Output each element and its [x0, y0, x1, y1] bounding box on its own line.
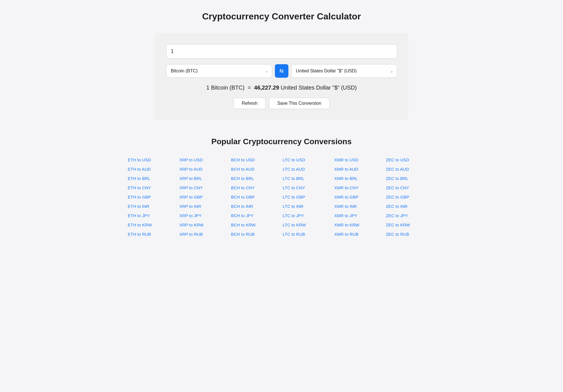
conversion-link[interactable]: XMR to RUB	[333, 230, 385, 239]
conversion-link[interactable]: XRP to KRW	[178, 220, 230, 230]
from-currency-chevron-icon: ⌄	[262, 65, 272, 77]
conversion-link[interactable]: ETH to RUB	[127, 230, 178, 239]
conversion-link[interactable]: LTC to JPY	[281, 211, 333, 220]
conversion-link[interactable]: BCH to JPY	[230, 211, 281, 220]
converter-card: Bitcoin (BTC) ⌄ ⇆ United States Dollar "…	[155, 33, 408, 120]
from-currency-label: Bitcoin (BTC)	[166, 64, 262, 77]
to-currency-wrapper[interactable]: United States Dollar "$" (USD) ⌄	[291, 64, 397, 78]
save-conversion-button[interactable]: Save This Conversion	[269, 98, 329, 109]
conversion-link[interactable]: ZEC to AUD	[385, 164, 436, 174]
popular-section: Popular Cryptocurrency Conversions ETH t…	[127, 137, 437, 239]
conversion-link[interactable]: XRP to INR	[178, 202, 230, 211]
conversion-link[interactable]: ETH to BRL	[127, 174, 178, 183]
conversion-link[interactable]: XMR to JPY	[333, 211, 385, 220]
page-title: Cryptocurrency Converter Calculator	[6, 11, 557, 22]
conversion-link[interactable]: BCH to KRW	[230, 220, 281, 230]
conversion-link[interactable]: LTC to USD	[281, 155, 333, 164]
conversion-link[interactable]: XMR to USD	[333, 155, 385, 164]
conversion-link[interactable]: ZEC to RUB	[385, 230, 436, 239]
conversion-link[interactable]: ZEC to GBP	[385, 192, 436, 202]
conversion-link[interactable]: ZEC to KRW	[385, 220, 436, 230]
conversion-link[interactable]: LTC to AUD	[281, 164, 333, 174]
conversion-link[interactable]: XRP to AUD	[178, 164, 230, 174]
conversion-link[interactable]: ETH to CNY	[127, 183, 178, 192]
conversion-link[interactable]: XMR to CNY	[333, 183, 385, 192]
conversion-link[interactable]: ZEC to BRL	[385, 174, 436, 183]
conversions-grid: ETH to USDXRP to USDBCH to USDLTC to USD…	[127, 155, 437, 239]
to-currency-label: United States Dollar "$" (USD)	[291, 64, 387, 77]
conversion-link[interactable]: ZEC to USD	[385, 155, 436, 164]
to-currency-chevron-icon: ⌄	[387, 65, 397, 77]
conversion-link[interactable]: BCH to INR	[230, 202, 281, 211]
conversion-link[interactable]: XRP to BRL	[178, 174, 230, 183]
result-equals: =	[246, 84, 254, 91]
conversion-link[interactable]: LTC to CNY	[281, 183, 333, 192]
conversion-link[interactable]: BCH to AUD	[230, 164, 281, 174]
conversion-link[interactable]: ETH to KRW	[127, 220, 178, 230]
conversion-link[interactable]: ETH to INR	[127, 202, 178, 211]
conversion-link[interactable]: ZEC to JPY	[385, 211, 436, 220]
conversion-link[interactable]: LTC to RUB	[281, 230, 333, 239]
conversion-link[interactable]: LTC to BRL	[281, 174, 333, 183]
conversion-link[interactable]: ETH to JPY	[127, 211, 178, 220]
conversion-link[interactable]: XRP to RUB	[178, 230, 230, 239]
swap-button[interactable]: ⇆	[275, 64, 288, 78]
conversion-link[interactable]: XRP to JPY	[178, 211, 230, 220]
conversion-link[interactable]: BCH to BRL	[230, 174, 281, 183]
conversion-link[interactable]: XMR to AUD	[333, 164, 385, 174]
amount-input[interactable]	[166, 44, 397, 59]
conversion-link[interactable]: XMR to KRW	[333, 220, 385, 230]
conversion-link[interactable]: BCH to USD	[230, 155, 281, 164]
swap-icon: ⇆	[279, 68, 284, 74]
conversion-link[interactable]: BCH to CNY	[230, 183, 281, 192]
conversion-link[interactable]: ETH to AUD	[127, 164, 178, 174]
result-from-label: 1 Bitcoin (BTC)	[206, 84, 245, 91]
conversion-link[interactable]: XMR to BRL	[333, 174, 385, 183]
currency-row: Bitcoin (BTC) ⌄ ⇆ United States Dollar "…	[166, 64, 397, 78]
conversion-link[interactable]: XMR to INR	[333, 202, 385, 211]
conversion-link[interactable]: LTC to KRW	[281, 220, 333, 230]
conversion-link[interactable]: ETH to USD	[127, 155, 178, 164]
conversion-link[interactable]: XRP to USD	[178, 155, 230, 164]
popular-title: Popular Cryptocurrency Conversions	[127, 137, 437, 146]
result-value: 46,227.29	[254, 84, 279, 91]
from-currency-wrapper[interactable]: Bitcoin (BTC) ⌄	[166, 64, 272, 78]
conversion-link[interactable]: LTC to GBP	[281, 192, 333, 202]
conversion-link[interactable]: ZEC to INR	[385, 202, 436, 211]
conversion-link[interactable]: XMR to GBP	[333, 192, 385, 202]
conversion-link[interactable]: BCH to RUB	[230, 230, 281, 239]
action-buttons: Refresh Save This Conversion	[166, 98, 397, 109]
result-row: 1 Bitcoin (BTC) = 46,227.29 United State…	[166, 84, 397, 91]
conversion-link[interactable]: XRP to GBP	[178, 192, 230, 202]
conversion-link[interactable]: ZEC to CNY	[385, 183, 436, 192]
conversion-link[interactable]: ETH to GBP	[127, 192, 178, 202]
conversion-link[interactable]: BCH to GBP	[230, 192, 281, 202]
conversion-link[interactable]: LTC to INR	[281, 202, 333, 211]
conversion-link[interactable]: XRP to CNY	[178, 183, 230, 192]
refresh-button[interactable]: Refresh	[233, 98, 266, 109]
result-currency-label: United States Dollar "$" (USD)	[281, 84, 357, 91]
